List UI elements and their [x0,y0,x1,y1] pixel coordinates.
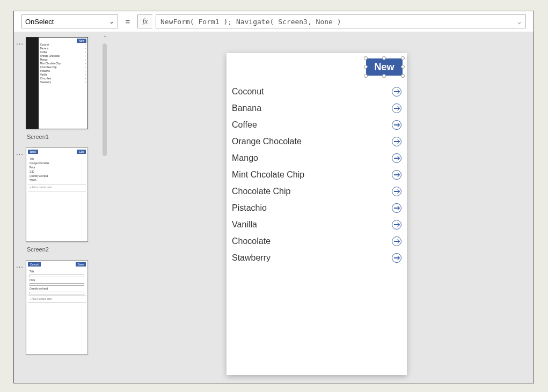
resize-handle[interactable] [364,74,368,78]
screens-panel: ... New Coconut› Banana› Coffee› Orange … [14,32,108,383]
app-window: OnSelect ⌄ = fx NewForm( Form1 ); Naviga… [13,11,534,383]
more-icon[interactable]: ... [16,38,24,46]
mini-cancel-button: Cancel [28,262,41,267]
formula-input[interactable]: NewForm( Form1 ); Navigate( Screen3, Non… [156,14,526,28]
list-item-label: Pistachio [232,203,267,213]
list-item[interactable]: Stawberry [232,249,401,266]
list-item[interactable]: Chocolate [232,233,401,249]
list-item-label: Vanilla [232,220,257,230]
mini-back-button: Back [28,150,38,154]
scroll-thumb[interactable] [103,43,107,156]
list-item-label: Mango [232,153,258,163]
chevron-down-icon: ⌄ [109,18,114,25]
more-icon[interactable]: ... [16,261,24,269]
list-item[interactable]: Mango [232,150,401,166]
app-canvas: New Coconut Banana Coffee O [226,53,407,375]
scrollbar[interactable]: ⌃ [102,32,107,383]
thumbnail-screen2[interactable]: Back Edit Title Orange Chocolate Price 3… [26,147,88,242]
thumbnail-screen1[interactable]: New Coconut› Banana› Coffee› Orange Choc… [26,37,88,129]
arrow-right-icon[interactable] [392,187,401,196]
fx-icon[interactable]: fx [137,14,152,28]
arrow-right-icon[interactable] [392,203,401,213]
list-item-label: Banana [232,103,261,113]
resize-handle[interactable] [364,56,368,60]
list-item-label: Chocolate [232,236,271,246]
resize-handle[interactable] [401,56,405,60]
arrow-right-icon[interactable] [392,253,401,263]
scroll-up-icon[interactable]: ⌃ [103,35,107,41]
mini-save-button: Save [76,262,86,267]
resize-handle[interactable] [401,74,405,78]
arrow-right-icon[interactable] [392,120,401,130]
list-item-label: Orange Chocolate [232,137,302,146]
new-button-label: New [374,62,394,73]
arrow-right-icon[interactable] [392,236,401,246]
arrow-right-icon[interactable] [392,170,401,180]
screen-thumbnail[interactable]: ... Cancel Save Title Price Quantity on … [14,260,108,354]
screen-thumbnail[interactable]: ... New Coconut› Banana› Coffee› Orange … [14,37,108,140]
equals-label: = [121,14,134,28]
list-item-label: Stawberry [232,253,271,263]
list-item[interactable]: Vanilla [232,216,401,233]
arrow-right-icon[interactable] [392,103,401,113]
canvas-area: New Coconut Banana Coffee O [108,32,534,383]
resize-handle[interactable] [382,74,386,78]
gallery-list: Coconut Banana Coffee Orange Chocolate M… [226,80,407,266]
arrow-right-icon[interactable] [392,137,401,146]
list-item[interactable]: Pistachio [232,199,401,216]
formula-text: NewForm( Form1 ); Navigate( Screen3, Non… [160,18,341,26]
more-icon[interactable]: ... [16,149,24,157]
thumbnail-label: Screen1 [27,134,108,140]
arrow-right-icon[interactable] [392,220,401,230]
list-item[interactable]: Orange Chocolate [232,133,401,150]
screen-thumbnail[interactable]: ... Back Edit Title Orange Chocolate Pri… [14,147,108,253]
list-item[interactable]: Coffee [232,116,401,133]
list-item-label: Mint Chcolate Chip [232,170,304,180]
chevron-down-icon: ⌄ [517,18,521,25]
resize-handle[interactable] [364,65,368,69]
mini-edit-button: Edit [77,150,86,154]
arrow-right-icon[interactable] [392,87,401,97]
formula-bar: OnSelect ⌄ = fx NewForm( Form1 ); Naviga… [14,11,534,32]
resize-handle[interactable] [401,65,405,69]
list-item[interactable]: Mint Chcolate Chip [232,166,401,183]
list-item[interactable]: Banana [232,100,401,116]
list-item-label: Chocolate Chip [232,187,290,196]
list-item-label: Coffee [232,120,257,130]
mini-new-button: New [77,39,86,43]
list-item[interactable]: Chocolate Chip [232,183,401,199]
app-header: New [226,53,407,80]
thumbnail-label: Screen2 [27,246,108,253]
property-name: OnSelect [25,18,54,26]
workspace: ... New Coconut› Banana› Coffee› Orange … [14,32,534,383]
list-item-label: Coconut [232,87,264,97]
resize-handle[interactable] [382,56,386,60]
arrow-right-icon[interactable] [392,153,401,163]
property-selector[interactable]: OnSelect ⌄ [21,14,118,28]
thumbnail-screen3[interactable]: Cancel Save Title Price Quantity on hand… [26,260,88,354]
list-item[interactable]: Coconut [232,83,401,100]
new-button[interactable]: New [366,58,403,76]
